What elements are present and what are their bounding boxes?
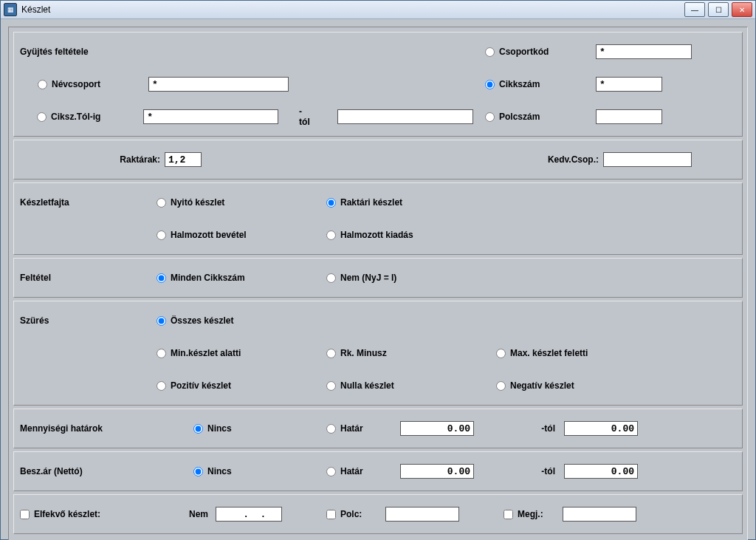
- radio-negativ[interactable]: Negatív készlet: [496, 380, 666, 391]
- radio-halm-be[interactable]: Halmozott bevétel: [157, 230, 326, 240]
- kedvcsop-input[interactable]: [603, 152, 692, 167]
- tol-label-1: -tól: [278, 106, 326, 127]
- menny-hatar-input[interactable]: [400, 421, 474, 436]
- radio-nem-nyj-label: Nem (NyJ = I): [340, 273, 396, 283]
- radio-nem-nyj[interactable]: Nem (NyJ = I): [326, 273, 496, 283]
- besz-tol-label: -tól: [541, 466, 555, 476]
- minimize-button[interactable]: —: [684, 2, 705, 17]
- maximize-button[interactable]: ☐: [708, 2, 729, 17]
- radio-minden[interactable]: Minden Cikkszám: [157, 273, 326, 283]
- radio-pozitiv[interactable]: Pozitív készlet: [157, 380, 326, 391]
- check-elfekvo[interactable]: Elfekvő készlet:: [20, 509, 168, 519]
- button-row: Listázás Kilépés: [13, 537, 743, 540]
- radio-nyito-label: Nyitó készlet: [171, 197, 224, 208]
- group-keszletfajta: Készletfajta Nyitó készlet Raktári készl…: [13, 182, 743, 255]
- check-elfekvo-label: Elfekvő készlet:: [34, 509, 100, 519]
- kedvcsop-label: Kedv.Csop.:: [548, 154, 603, 165]
- group-mennyisegi: Mennyiségi határok Nincs Határ -tól: [13, 409, 743, 448]
- radio-osszes[interactable]: Összes készlet: [157, 315, 326, 326]
- group-raktarak: Raktárak: Kedv.Csop.:: [13, 140, 743, 180]
- radio-nyito[interactable]: Nyitó készlet: [157, 197, 326, 208]
- radio-max[interactable]: Max. készlet feletti: [496, 348, 666, 358]
- megj-input[interactable]: [563, 507, 636, 522]
- cikkszam-input[interactable]: [596, 77, 662, 92]
- check-polc-label: Polc:: [340, 509, 362, 519]
- szures-label: Szürés: [20, 315, 157, 326]
- section-gyujtes-label: Gyüjtés feltétele: [20, 47, 89, 57]
- radio-ciksz-tol-ig-label: Ciksz.Tól-ig: [51, 112, 100, 122]
- radio-rk-minusz[interactable]: Rk. Minusz: [326, 348, 496, 358]
- radio-negativ-label: Negatív készlet: [510, 380, 574, 391]
- group-beszar: Besz.ár (Nettó) Nincs Határ -tól: [13, 451, 743, 491]
- radio-min-label: Min.készlet alatti: [171, 348, 241, 358]
- ciksz-tol-input[interactable]: [143, 109, 278, 124]
- radio-halm-be-label: Halmozott bevétel: [171, 230, 247, 240]
- app-window: ▦ Készlet — ☐ ✕ Gyüjtés feltétele: [0, 0, 756, 540]
- polcszam-input[interactable]: [596, 109, 662, 124]
- radio-raktari[interactable]: Raktári készlet: [326, 197, 496, 208]
- group-elfekvo: Elfekvő készlet: Nem Polc: Megj.:: [13, 494, 743, 534]
- radio-halm-ki[interactable]: Halmozott kiadás: [326, 230, 496, 240]
- radio-menny-nincs-label: Nincs: [207, 423, 232, 434]
- radio-minden-label: Minden Cikkszám: [171, 273, 245, 283]
- radio-cikkszam-label: Cikkszám: [499, 79, 540, 89]
- titlebar: ▦ Készlet — ☐ ✕: [1, 1, 755, 19]
- window-title: Készlet: [21, 4, 684, 15]
- radio-ciksz-tol-ig[interactable]: Ciksz.Tól-ig: [37, 112, 143, 122]
- radio-menny-nincs[interactable]: Nincs: [193, 423, 326, 434]
- besz-hatar-input[interactable]: [400, 464, 474, 479]
- menny-tol-label: -tól: [541, 423, 555, 434]
- nem-input[interactable]: [216, 507, 282, 522]
- check-polc[interactable]: Polc:: [326, 509, 385, 519]
- check-megj[interactable]: Megj.:: [504, 509, 563, 519]
- radio-polcszam-label: Polcszám: [499, 112, 540, 122]
- radio-rk-minusz-label: Rk. Minusz: [340, 348, 387, 358]
- radio-nulla-label: Nulla készlet: [340, 380, 394, 391]
- menny-label: Mennyiségi határok: [20, 423, 193, 434]
- raktarak-input[interactable]: [165, 152, 202, 167]
- keszletfajta-label: Készletfajta: [20, 197, 157, 208]
- raktarak-label: Raktárak:: [109, 154, 165, 165]
- radio-besz-hatar[interactable]: Határ: [326, 466, 400, 476]
- polc-input[interactable]: [385, 507, 459, 522]
- check-megj-label: Megj.:: [518, 509, 543, 519]
- app-icon: ▦: [4, 3, 17, 16]
- radio-besz-hatar-label: Határ: [340, 466, 363, 476]
- radio-menny-hatar[interactable]: Határ: [326, 423, 400, 434]
- csoportkod-input[interactable]: [596, 44, 692, 59]
- close-button[interactable]: ✕: [732, 2, 752, 17]
- group-gyujtes: Gyüjtés feltétele Névcsoport: [13, 32, 743, 137]
- radio-nevcsoport-label: Névcsoport: [52, 79, 100, 89]
- radio-raktari-label: Raktári készlet: [340, 197, 402, 208]
- radio-min[interactable]: Min.készlet alatti: [157, 348, 326, 358]
- radio-csoportkod-label: Csoportkód: [499, 47, 549, 57]
- radio-osszes-label: Összes készlet: [171, 315, 233, 326]
- radio-besz-nincs[interactable]: Nincs: [193, 466, 326, 476]
- group-feltetel: Feltétel Minden Cikkszám Nem (NyJ = I): [13, 258, 743, 298]
- radio-polcszam[interactable]: Polcszám: [485, 112, 596, 122]
- radio-nevcsoport[interactable]: Névcsoport: [38, 79, 148, 89]
- radio-csoportkod[interactable]: Csoportkód: [485, 47, 596, 57]
- group-szures: Szürés Összes készlet Min.készlet alatti…: [13, 301, 743, 406]
- feltetel-label: Feltétel: [20, 273, 157, 283]
- radio-besz-nincs-label: Nincs: [207, 466, 232, 476]
- radio-cikkszam[interactable]: Cikkszám: [485, 79, 596, 89]
- radio-pozitiv-label: Pozitív készlet: [171, 380, 231, 391]
- ciksz-ig-input[interactable]: [337, 109, 473, 124]
- radio-nulla[interactable]: Nulla készlet: [326, 380, 496, 391]
- radio-max-label: Max. készlet feletti: [510, 348, 588, 358]
- radio-halm-ki-label: Halmozott kiadás: [340, 230, 413, 240]
- nevcsoport-input[interactable]: [148, 77, 289, 92]
- besz-label: Besz.ár (Nettó): [20, 466, 193, 476]
- nem-label: Nem: [168, 509, 216, 519]
- menny-tol-input[interactable]: [564, 421, 638, 436]
- besz-tol-input[interactable]: [564, 464, 638, 479]
- radio-menny-hatar-label: Határ: [340, 423, 363, 434]
